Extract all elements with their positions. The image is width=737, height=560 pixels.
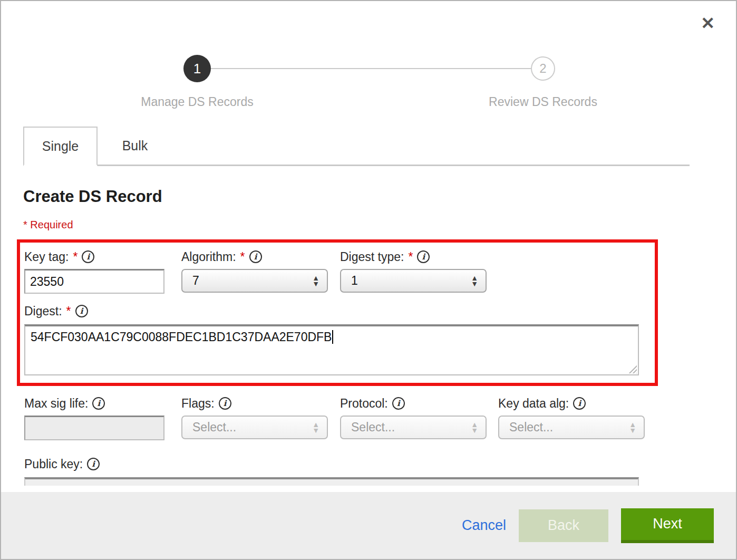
digest-type-label: Digest type:: [340, 250, 404, 264]
protocol-field-group: Protocol: i Select... ▲▼: [340, 394, 498, 440]
digest-value: 54FCF030AA1C79C0088FDEC1BD1C37DAA2E70DFB: [31, 330, 332, 344]
step-1-label: Manage DS Records: [134, 95, 260, 109]
select-arrows-icon: ▲▼: [312, 275, 319, 287]
flags-info-icon[interactable]: i: [219, 397, 231, 410]
step-1-number: 1: [193, 61, 201, 77]
select-arrows-icon: ▲▼: [471, 275, 478, 287]
digest-type-select-value: 1: [351, 274, 358, 288]
key-data-alg-select-value: Select...: [509, 420, 553, 435]
page-title: Create DS Record: [23, 187, 736, 206]
back-button[interactable]: Back: [519, 509, 608, 542]
algorithm-label: Algorithm:: [181, 250, 236, 264]
next-button-label: Next: [653, 516, 682, 532]
required-fields-highlight-box: Key tag: * i Algorithm: * i 7 ▲▼: [17, 239, 658, 386]
public-key-label: Public key:: [24, 457, 83, 471]
public-key-info-icon[interactable]: i: [87, 458, 100, 470]
algorithm-info-icon[interactable]: i: [249, 250, 262, 263]
key-tag-required-star: *: [73, 250, 77, 264]
wizard-stepper: 1 2 Manage DS Records Review DS Records: [1, 1, 736, 127]
algorithm-required-star: *: [240, 250, 245, 264]
digest-required-star: *: [66, 304, 71, 318]
protocol-select[interactable]: Select... ▲▼: [340, 416, 487, 439]
digest-field-group: Digest: * i 54FCF030AA1C79C0088FDEC1BD1C…: [24, 302, 655, 375]
textarea-resize-handle[interactable]: [628, 364, 637, 373]
key-data-alg-field-group: Key data alg: i Select... ▲▼: [498, 394, 645, 440]
digest-info-icon[interactable]: i: [75, 305, 88, 317]
select-arrows-icon: ▲▼: [471, 422, 478, 433]
public-key-field-group: Public key: i: [24, 455, 736, 486]
public-key-textarea[interactable]: [24, 477, 639, 486]
required-note: * Required: [23, 219, 736, 231]
digest-type-required-star: *: [408, 250, 413, 264]
digest-textarea[interactable]: 54FCF030AA1C79C0088FDEC1BD1C37DAA2E70DFB: [24, 324, 639, 375]
next-button[interactable]: Next: [621, 508, 714, 543]
max-sig-life-input[interactable]: [24, 416, 164, 440]
flags-select[interactable]: Select... ▲▼: [181, 416, 328, 439]
flags-field-group: Flags: i Select... ▲▼: [181, 394, 340, 440]
step-2-number: 2: [539, 61, 546, 76]
protocol-select-value: Select...: [351, 420, 395, 435]
flags-select-value: Select...: [192, 420, 236, 435]
key-tag-input[interactable]: [24, 269, 164, 294]
digest-type-select[interactable]: 1 ▲▼: [340, 269, 487, 293]
stepper-connector-line: [211, 68, 531, 69]
max-sig-life-info-icon[interactable]: i: [92, 397, 105, 410]
step-1-circle: 1: [183, 55, 211, 82]
select-arrows-icon: ▲▼: [312, 422, 319, 433]
digest-type-info-icon[interactable]: i: [417, 250, 430, 263]
tab-bulk[interactable]: Bulk: [98, 127, 172, 165]
optional-fields-row: Max sig life: i Flags: i Select... ▲▼ Pr…: [24, 394, 736, 440]
max-sig-life-field-group: Max sig life: i: [24, 394, 181, 440]
key-tag-field-group: Key tag: * i: [24, 248, 181, 294]
cancel-button[interactable]: Cancel: [462, 517, 506, 534]
max-sig-life-label: Max sig life:: [24, 397, 88, 411]
algorithm-field-group: Algorithm: * i 7 ▲▼: [181, 248, 340, 294]
protocol-label: Protocol:: [340, 397, 388, 411]
step-2-circle: 2: [531, 56, 555, 81]
step-2-label: Review DS Records: [480, 95, 606, 109]
digest-type-field-group: Digest type: * i 1 ▲▼: [340, 248, 498, 294]
key-data-alg-select[interactable]: Select... ▲▼: [498, 416, 645, 439]
back-button-label: Back: [548, 517, 579, 534]
modal-footer: Cancel Back Next: [1, 492, 736, 559]
create-ds-record-modal: ✕ 1 2 Manage DS Records Review DS Record…: [0, 0, 737, 560]
algorithm-select-value: 7: [192, 274, 199, 288]
digest-label: Digest:: [24, 304, 62, 318]
key-data-alg-info-icon[interactable]: i: [573, 397, 586, 410]
tab-single[interactable]: Single: [23, 127, 98, 166]
key-data-alg-label: Key data alg:: [498, 397, 569, 411]
tab-bulk-label: Bulk: [122, 138, 148, 153]
select-arrows-icon: ▲▼: [629, 422, 636, 433]
tab-single-label: Single: [42, 139, 79, 154]
flags-label: Flags:: [181, 397, 215, 411]
record-mode-tabbar: Single Bulk: [23, 127, 690, 166]
protocol-info-icon[interactable]: i: [392, 397, 405, 410]
key-tag-info-icon[interactable]: i: [82, 250, 94, 263]
algorithm-select[interactable]: 7 ▲▼: [181, 269, 328, 293]
text-cursor: [332, 330, 333, 344]
key-tag-label: Key tag:: [24, 250, 69, 264]
